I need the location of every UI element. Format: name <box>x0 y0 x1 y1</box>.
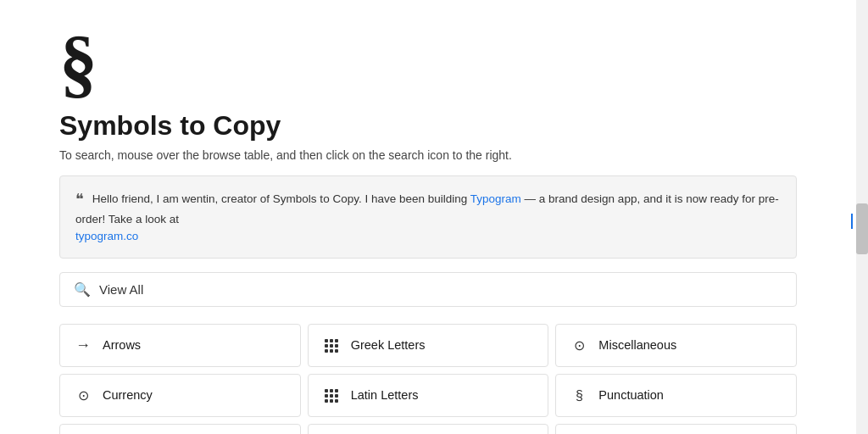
greek-letters-label: Greek Letters <box>351 338 426 352</box>
notice-box: ❝ Hello friend, I am wentin, creator of … <box>59 175 797 259</box>
categories-grid: →ArrowsGreek Letters⊙Miscellaneous⊙Curre… <box>59 324 797 435</box>
greek-letters-icon <box>322 337 341 354</box>
typogram-link[interactable]: Typogram <box>470 192 521 205</box>
search-bar[interactable]: 🔍 View All <box>59 272 797 307</box>
category-card-miscellaneous[interactable]: ⊙Miscellaneous <box>555 324 797 367</box>
notice-text: Hello friend, I am wentin, creator of Sy… <box>75 192 779 242</box>
arrows-label: Arrows <box>103 338 141 352</box>
search-bar-label: View All <box>99 282 143 297</box>
logo-symbol: § <box>59 25 797 102</box>
currency-icon: ⊙ <box>74 387 92 404</box>
miscellaneous-icon: ⊙ <box>570 337 588 354</box>
search-icon: 🔍 <box>74 281 91 298</box>
miscellaneous-label: Miscellaneous <box>598 338 676 352</box>
category-card-quotation-marks[interactable]: ❝Quotation Marks <box>555 424 797 435</box>
arrows-icon: → <box>74 337 92 354</box>
cursor-indicator <box>851 214 853 229</box>
category-card-latin-letters[interactable]: Latin Letters <box>308 374 549 417</box>
category-card-greek-letters[interactable]: Greek Letters <box>308 324 549 367</box>
category-card-math[interactable]: ÷Math <box>308 424 549 435</box>
punctuation-icon: § <box>570 387 588 404</box>
scrollbar[interactable] <box>856 0 868 434</box>
scrollbar-thumb[interactable] <box>856 203 868 254</box>
currency-label: Currency <box>103 388 153 402</box>
latin-letters-label: Latin Letters <box>351 388 419 402</box>
category-card-arrows[interactable]: →Arrows <box>59 324 301 367</box>
punctuation-label: Punctuation <box>598 388 664 402</box>
category-card-punctuation[interactable]: §Punctuation <box>555 374 797 417</box>
page-subtitle: To search, mouse over the browse table, … <box>59 148 797 162</box>
page-title: Symbols to Copy <box>59 110 797 142</box>
latin-letters-icon <box>322 387 341 404</box>
category-card-fractions[interactable]: ⅟Fractions <box>59 424 301 435</box>
category-card-currency[interactable]: ⊙Currency <box>59 374 301 417</box>
notice-quote-icon: ❝ <box>75 191 84 208</box>
typogram-co-link[interactable]: typogram.co <box>75 230 138 242</box>
